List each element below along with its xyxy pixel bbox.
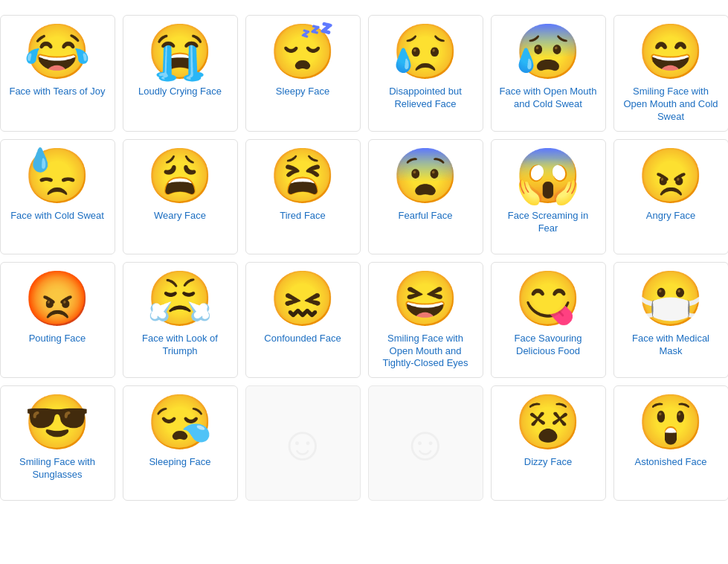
emoji-symbol-22: 😵 — [515, 395, 582, 449]
emoji-card-11[interactable]: 😠Angry Face — [613, 139, 729, 254]
emoji-label-15: Smiling Face with Open Mouth and Tightly… — [375, 333, 477, 371]
emoji-label-16: Face Savouring Delicious Food — [497, 333, 599, 358]
placeholder-card-20: ☺ — [245, 385, 361, 501]
emoji-card-14[interactable]: 😖Confounded Face — [245, 262, 361, 379]
emoji-label-13: Face with Look of Triumph — [129, 333, 231, 358]
emoji-card-4[interactable]: 😰Face with Open Mouth and Cold Sweat — [491, 15, 606, 132]
emoji-label-12: Pouting Face — [29, 333, 86, 345]
emoji-symbol-1: 😭 — [146, 25, 213, 78]
emoji-label-19: Sleeping Face — [149, 456, 210, 469]
emoji-symbol-8: 😫 — [269, 149, 336, 202]
emoji-label-4: Face with Open Mouth and Cold Sweat — [497, 86, 599, 111]
emoji-card-2[interactable]: 😴Sleepy Face — [245, 15, 361, 132]
emoji-card-18[interactable]: 😎Smiling Face with Sunglasses — [0, 385, 115, 501]
emoji-label-11: Angry Face — [646, 210, 695, 222]
emoji-card-5[interactable]: 😄Smiling Face with Open Mouth and Cold S… — [613, 15, 729, 132]
emoji-label-9: Fearful Face — [399, 210, 453, 222]
emoji-card-3[interactable]: 😥Disappointed but Relieved Face — [368, 15, 483, 132]
emoji-symbol-16: 😋 — [515, 272, 582, 325]
emoji-grid: 😂Face with Tears of Joy😭Loudly Crying Fa… — [15, 15, 713, 501]
emoji-card-8[interactable]: 😫Tired Face — [245, 139, 361, 254]
emoji-symbol-15: 😆 — [392, 272, 459, 325]
emoji-symbol-2: 😴 — [269, 25, 336, 78]
emoji-symbol-23: 😲 — [637, 395, 704, 449]
emoji-card-10[interactable]: 😱Face Screaming in Fear — [491, 139, 606, 254]
emoji-card-17[interactable]: 😷Face with Medical Mask — [613, 262, 729, 379]
emoji-card-22[interactable]: 😵Dizzy Face — [491, 385, 606, 501]
emoji-label-10: Face Screaming in Fear — [497, 210, 599, 235]
emoji-symbol-11: 😠 — [637, 149, 704, 202]
emoji-label-2: Sleepy Face — [276, 86, 329, 98]
emoji-symbol-12: 😡 — [24, 272, 91, 325]
emoji-label-1: Loudly Crying Face — [138, 86, 222, 98]
emoji-symbol-14: 😖 — [269, 272, 336, 325]
emoji-label-23: Astonished Face — [635, 456, 707, 469]
emoji-symbol-4: 😰 — [515, 25, 582, 78]
emoji-card-19[interactable]: 😪Sleeping Face — [123, 385, 238, 501]
emoji-card-12[interactable]: 😡Pouting Face — [0, 262, 115, 379]
emoji-label-18: Smiling Face with Sunglasses — [7, 456, 109, 481]
emoji-label-8: Tired Face — [280, 210, 326, 222]
emoji-label-5: Smiling Face with Open Mouth and Cold Sw… — [620, 86, 722, 124]
emoji-card-15[interactable]: 😆Smiling Face with Open Mouth and Tightl… — [368, 262, 483, 379]
emoji-label-17: Face with Medical Mask — [620, 333, 722, 358]
emoji-symbol-9: 😨 — [392, 149, 459, 202]
emoji-symbol-13: 😤 — [146, 272, 213, 325]
emoji-symbol-18: 😎 — [24, 395, 91, 449]
emoji-label-6: Face with Cold Sweat — [10, 210, 104, 222]
emoji-card-13[interactable]: 😤Face with Look of Triumph — [123, 262, 238, 379]
placeholder-card-21: ☺ — [368, 385, 483, 501]
emoji-label-3: Disappointed but Relieved Face — [375, 86, 477, 111]
emoji-label-14: Confounded Face — [264, 333, 341, 345]
emoji-symbol-10: 😱 — [515, 149, 582, 202]
emoji-symbol-6: 😓 — [24, 149, 91, 202]
emoji-label-7: Weary Face — [154, 210, 206, 222]
emoji-label-0: Face with Tears of Joy — [9, 86, 105, 98]
emoji-symbol-17: 😷 — [637, 272, 704, 325]
emoji-card-16[interactable]: 😋Face Savouring Delicious Food — [491, 262, 606, 379]
emoji-card-7[interactable]: 😩Weary Face — [123, 139, 238, 254]
emoji-card-6[interactable]: 😓Face with Cold Sweat — [0, 139, 115, 254]
emoji-symbol-3: 😥 — [392, 25, 459, 78]
emoji-card-23[interactable]: 😲Astonished Face — [613, 385, 729, 501]
emoji-symbol-7: 😩 — [146, 149, 213, 202]
emoji-label-22: Dizzy Face — [524, 456, 572, 469]
emoji-card-1[interactable]: 😭Loudly Crying Face — [123, 15, 238, 132]
emoji-symbol-19: 😪 — [146, 395, 213, 449]
emoji-symbol-0: 😂 — [24, 25, 91, 78]
emoji-symbol-5: 😄 — [637, 25, 704, 78]
emoji-card-9[interactable]: 😨Fearful Face — [368, 139, 483, 254]
emoji-card-0[interactable]: 😂Face with Tears of Joy — [0, 15, 115, 132]
